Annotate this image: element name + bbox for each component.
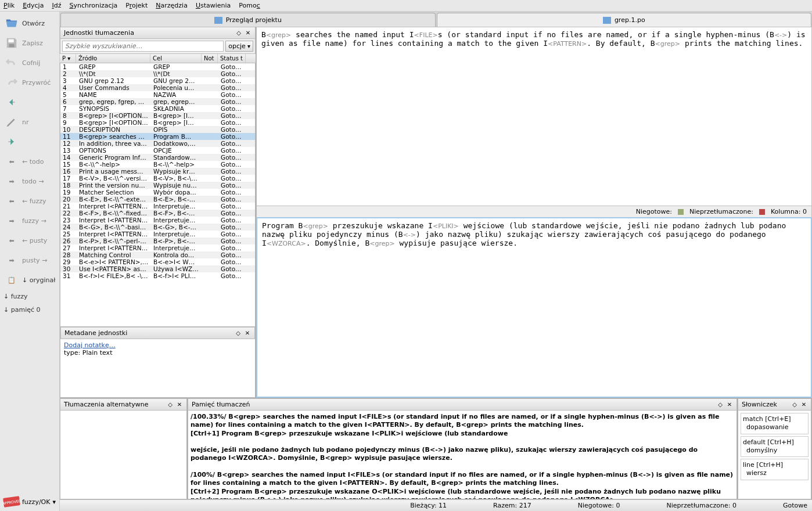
table-row[interactable]: 23Interpret I<PATTERN…Interpretuje…Gotow… [60,217,255,224]
todo-left-icon: ⬅ [3,154,20,168]
oryginal-button[interactable]: 📋↓ oryginał [1,271,58,289]
undock-icon[interactable]: ◇ [717,401,724,408]
table-row[interactable]: 13OPTIONSOPCJEGotowe [60,147,255,154]
undock-icon[interactable]: ◇ [235,330,242,337]
fuzzy-left-button[interactable]: ⬅← fuzzy [1,192,58,210]
pamiec-button[interactable]: ↓ pamięć 0 [1,304,58,316]
col-pv[interactable]: P ▾ [60,54,76,63]
table-row[interactable]: 12In addition, three va…Dodatkowo,…Gotow… [60,140,255,147]
target-text-pane[interactable]: Program B<grep> przeszukuje wskazane I<P… [256,217,812,398]
table-row[interactable]: 19Matcher SelectionWybór dopa…Gotowe [60,189,255,196]
nav-next-button[interactable] [1,132,58,151]
menu-edycja[interactable]: Edycja [23,2,44,9]
glossary-item[interactable]: default [Ctrl+H]domyślny [741,436,809,458]
table-row[interactable]: 22B<-F>, B<-\\^-fixed…B<-F>, B<-…Gotowe [60,210,255,217]
table-row[interactable]: 20B<-E>, B<-\\^-exte…B<-E>, B<-…Gotowe [60,196,255,203]
pencil-icon [3,115,20,129]
options-button[interactable]: opcje ▾ [225,41,253,52]
memory-panel-header: Pamięć tłumaczeń ◇✕ [188,398,737,411]
table-row[interactable]: 8B<grep> [I<OPTION…B<grep> [I…Gotowe [60,112,255,119]
open-button[interactable]: Otwórz [1,14,58,33]
table-row[interactable]: 17B<-V>, B<-\\^-versi…B<-V>, B<-\…Gotowe [60,175,255,182]
table-row[interactable]: 4User CommandsPolecenia u…Gotowe [60,84,255,91]
menu-plik[interactable]: Plik [3,2,15,9]
table-row[interactable]: 31B<-f>I< FILE>,B< -\…B<-f>I< PLI…Gotowe [60,272,255,279]
undo-icon [3,56,20,70]
status-current: Bieżący: 11 [410,502,447,509]
metadata-title: Metadane jednostki [64,329,127,337]
close-icon[interactable]: ✕ [244,330,251,337]
table-row[interactable]: 24B<-G>, B<-\\^-basi…B<-G>, B<-…Gotowe [60,224,255,231]
table-row[interactable]: 28Matching ControlKontrola do…Gotowe [60,251,255,258]
table-row[interactable]: 11B<grep> searches …Program B…Gotowe [60,133,255,140]
glossary-item[interactable]: line [Ctrl+H]wiersz [741,459,809,480]
units-title: Jednostki tłumaczenia [64,29,134,37]
menu-synchronizacja[interactable]: Synchronizacja [69,2,117,9]
table-row[interactable]: 10DESCRIPTIONOPISGotowe [60,126,255,133]
table-row[interactable]: 6grep, egrep, fgrep, …grep, egrep…Gotowe [60,98,255,105]
svg-rect-0 [9,39,14,43]
table-row[interactable]: 27Interpret I<PATTERN…Interpretuje…Gotow… [60,244,255,251]
table-row[interactable]: 14Generic Program Inf…Standardow…Gotowe [60,154,255,161]
close-icon[interactable]: ✕ [245,30,251,37]
undo-button[interactable]: Cofnij [1,53,58,72]
todo-left-button[interactable]: ⬅← todo [1,152,58,171]
col-source[interactable]: Źródło [76,54,150,63]
menu-ustawienia[interactable]: Ustawienia [196,2,231,9]
menu-narzedzia[interactable]: Narzędzia [156,2,188,9]
todo-right-button[interactable]: ➡todo → [1,172,58,190]
table-row[interactable]: 29B<-e>I< PATTERN>,…B<-e>I< W…Gotowe [60,258,255,265]
close-icon[interactable]: ✕ [176,401,183,408]
table-row[interactable]: 16Print a usage mess…Wypisuje kr…Gotowe [60,168,255,175]
table-row[interactable]: 9B<grep> [I<OPTION…B<grep> [I…Gotowe [60,119,255,126]
menu-pomoc[interactable]: Pomoc [239,2,260,9]
fuzzy-right-icon: ➡ [3,214,20,228]
undock-icon[interactable]: ◇ [235,30,242,37]
close-icon[interactable]: ✕ [800,401,807,408]
col-not[interactable]: Not [202,54,218,63]
pusty-right-button[interactable]: ➡pusty → [1,251,58,269]
table-row[interactable]: 25Interpret I<PATTERN…Interpretuje…Gotow… [60,231,255,237]
metadata-panel-header: Metadane jednostki ◇✕ [60,327,255,339]
save-button[interactable]: Zapisz [1,34,58,52]
search-input[interactable] [62,41,224,52]
nav-prev-button[interactable] [1,93,58,111]
add-note-link[interactable]: Dodaj notatkę… [64,341,116,349]
units-table[interactable]: 1GREPGREPGotowe2\\*(Dt\\*(DtGotowe3GNU g… [60,63,256,327]
undock-icon[interactable]: ◇ [167,401,174,408]
tabs-row: Przegląd projektu grep.1.po [60,12,812,27]
arrow-right-icon [3,135,20,149]
table-row[interactable]: 7SYNOPSISSKŁADNIAGotowe [60,105,255,112]
glossary-panel-body[interactable]: match [Ctrl+E]dopasowaniedefault [Ctrl+H… [738,411,811,499]
memory-panel-body[interactable]: /100.33%/ B<grep> searches the named inp… [188,411,737,499]
table-row[interactable]: 26B<-P>, B<-\\^-perl-…B<-P>, B<-…Gotowe [60,237,255,244]
undock-icon[interactable]: ◇ [791,401,798,408]
fuzzy-ok-button[interactable]: APPROVED fuzzy/OK ▾ [1,495,58,509]
fuzzy-button[interactable]: ↓ fuzzy [1,290,58,303]
pusty-left-icon: ⬅ [3,233,20,247]
menu-projekt[interactable]: Projekt [125,2,148,9]
menu-idz[interactable]: Idź [52,2,61,9]
redo-button[interactable]: Przywróć [1,73,58,92]
tab-project-overview[interactable]: Przegląd projektu [60,13,436,27]
table-row[interactable]: 21Interpret I<PATTERN…Interpretuje…Gotow… [60,203,255,210]
glossary-item[interactable]: match [Ctrl+E]dopasowanie [741,413,809,434]
col-target[interactable]: Cel [150,54,202,63]
pusty-left-button[interactable]: ⬅← pusty [1,231,58,250]
table-row[interactable]: 18Print the version nu…Wypisuje nu…Gotow… [60,182,255,189]
tab-grep-po[interactable]: grep.1.po [437,13,812,27]
redo-icon [3,75,20,89]
table-row[interactable]: 5NAMENAZWAGotowe [60,91,255,98]
table-row[interactable]: 3GNU grep 2.12GNU grep 2…Gotowe [60,77,255,84]
fuzzy-right-button[interactable]: ➡fuzzy → [1,211,58,230]
table-row[interactable]: 2\\*(Dt\\*(DtGotowe [60,70,255,77]
table-header: P ▾ Źródło Cel Not Status t [60,54,256,63]
table-row[interactable]: 15B<-\\^-help>B<-\\^-help>Gotowe [60,161,255,168]
col-status[interactable]: Status t [218,54,246,63]
alt-panel-header: Tłumaczenia alternatywne ◇✕ [60,398,187,411]
close-icon[interactable]: ✕ [726,401,733,408]
table-row[interactable]: 30Use I<PATTERN> as…Używa I<WZ…Gotowe [60,265,255,272]
table-row[interactable]: 1GREPGREPGotowe [60,63,255,70]
nr-button[interactable]: nr [1,113,58,131]
untranslated-indicator-icon [759,209,765,215]
